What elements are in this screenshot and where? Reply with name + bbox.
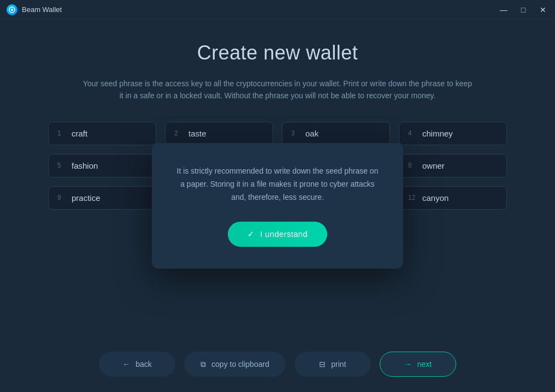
understand-button[interactable]: ✓ I understand [228, 222, 327, 247]
understand-button-label: I understand [260, 229, 308, 239]
modal-overlay: It is strictly recommended to write down… [0, 20, 555, 392]
title-bar-left: Beam Wallet [7, 4, 62, 15]
app-title: Beam Wallet [22, 5, 62, 14]
warning-modal: It is strictly recommended to write down… [152, 143, 403, 268]
title-bar: Beam Wallet — □ ✕ [0, 0, 555, 20]
window-controls: — □ ✕ [498, 4, 548, 15]
maximize-button[interactable]: □ [518, 4, 529, 15]
main-content: Create new wallet Your seed phrase is th… [0, 20, 555, 392]
modal-warning-text: It is strictly recommended to write down… [176, 165, 379, 204]
close-button[interactable]: ✕ [538, 4, 548, 15]
svg-point-1 [11, 9, 13, 11]
minimize-button[interactable]: — [498, 4, 509, 15]
check-icon: ✓ [247, 229, 255, 239]
app-icon [7, 4, 17, 15]
